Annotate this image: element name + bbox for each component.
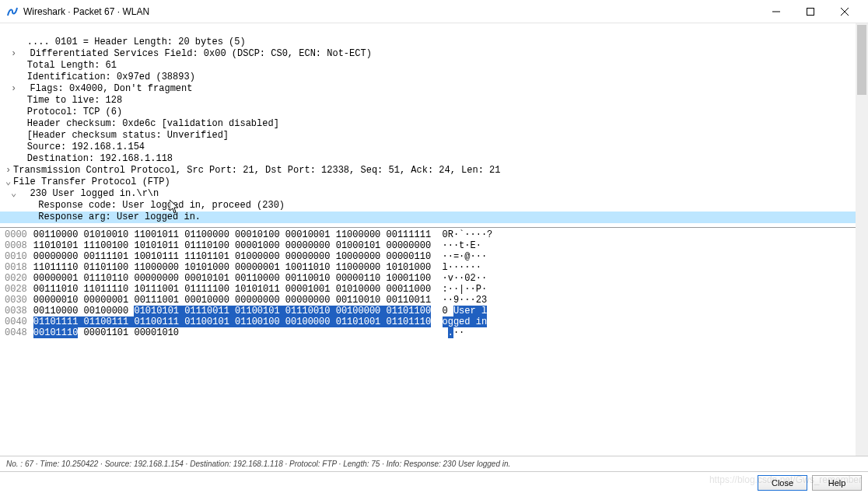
detail-row[interactable]: › Flags: 0x4000, Don't fragment <box>0 83 192 94</box>
expand-icon[interactable]: › <box>10 83 17 95</box>
maximize-button[interactable] <box>793 1 828 23</box>
close-button[interactable]: Close <box>758 475 807 491</box>
minimize-button[interactable] <box>759 1 793 23</box>
detail-row[interactable]: .... 0101 = Header Length: 20 bytes (5) <box>0 37 246 47</box>
status-text: No. : 67 · Time: 10.250422 · Source: 192… <box>6 460 510 468</box>
expand-icon[interactable]: › <box>10 48 17 60</box>
collapse-icon[interactable]: ⌄ <box>10 188 17 200</box>
detail-row[interactable]: ⌄File Transfer Protocol (FTP) <box>0 177 170 187</box>
detail-row[interactable]: Time to live: 128 <box>0 95 122 106</box>
titlebar: Wireshark · Packet 67 · WLAN <box>0 0 868 23</box>
window-title: Wireshark · Packet 67 · WLAN <box>23 6 759 17</box>
packet-detail-pane[interactable]: .... 0101 = Header Length: 20 bytes (5) … <box>0 23 868 228</box>
window-controls <box>759 1 862 23</box>
detail-row[interactable]: Protocol: TCP (6) <box>0 107 122 117</box>
detail-row[interactable]: Source: 192.168.1.154 <box>0 142 145 152</box>
expand-icon[interactable]: › <box>5 165 12 177</box>
collapse-icon[interactable]: ⌄ <box>5 177 12 188</box>
scrollbar-thumb[interactable] <box>857 25 866 95</box>
close-window-button[interactable] <box>828 1 862 23</box>
hex-row[interactable]: 003000000010 00000001 00111001 00010000 … <box>5 295 868 306</box>
hex-row[interactable]: 002000000001 01110110 00000000 00010101 … <box>5 273 868 284</box>
main-content: .... 0101 = Header Length: 20 bytes (5) … <box>0 23 868 493</box>
hex-row[interactable]: 000000110000 01010010 11001011 01100000 … <box>5 229 868 240</box>
bottom-bar: Close Help <box>0 471 868 493</box>
svg-rect-1 <box>807 8 814 15</box>
wireshark-icon <box>6 5 19 18</box>
hex-dump-pane[interactable]: 000000110000 01010010 11001011 01100000 … <box>0 228 868 456</box>
detail-row[interactable]: ›Transmission Control Protocol, Src Port… <box>0 165 501 176</box>
hex-row[interactable]: 003800110000 00100000 01010101 01110011 … <box>5 306 868 316</box>
help-button[interactable]: Help <box>812 475 862 491</box>
hex-row[interactable]: 001000000000 00111101 10010111 11101101 … <box>5 251 868 262</box>
mouse-cursor <box>170 200 179 214</box>
hex-row[interactable]: 001811011110 01101100 11000000 10101000 … <box>5 262 868 273</box>
detail-row[interactable]: Total Length: 61 <box>0 60 117 71</box>
detail-row[interactable]: › Differentiated Services Field: 0x00 (D… <box>0 48 372 59</box>
detail-row[interactable]: Identification: 0x97ed (38893) <box>0 72 195 82</box>
detail-row-selected[interactable]: Response arg: User logged in. <box>0 212 868 223</box>
detail-row[interactable]: Header checksum: 0xde6c [validation disa… <box>0 118 279 129</box>
hex-row[interactable]: 004001101111 01100111 01100111 01100101 … <box>5 316 868 327</box>
vertical-scrollbar[interactable] <box>856 23 868 456</box>
hex-row[interactable]: 000811010101 11100100 10101011 01110100 … <box>5 240 868 251</box>
detail-row[interactable]: [Header checksum status: Unverified] <box>0 130 229 141</box>
detail-row[interactable]: Destination: 192.168.1.118 <box>0 153 173 164</box>
detail-row[interactable]: ⌄ 230 User logged in.\r\n <box>0 188 159 199</box>
detail-row[interactable]: Response code: User logged in, proceed (… <box>0 200 285 211</box>
hex-row[interactable]: 002800111010 11011110 10111001 01111100 … <box>5 284 868 295</box>
status-bar: No. : 67 · Time: 10.250422 · Source: 192… <box>0 456 868 471</box>
hex-row[interactable]: 004800101110 00001101 00001010 .·· <box>5 327 868 338</box>
